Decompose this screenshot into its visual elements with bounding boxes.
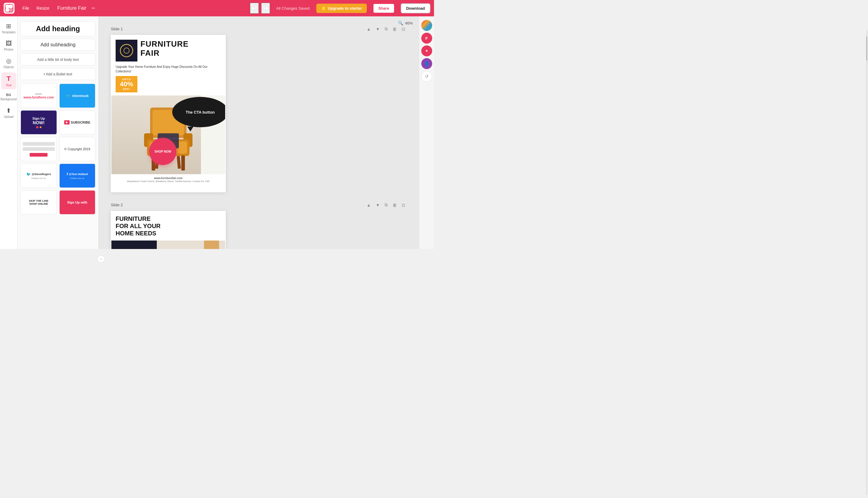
star-icon: ⭐ xyxy=(321,6,326,11)
save-status: All Changes Saved xyxy=(276,6,310,11)
slide1-discount: UPTO 40% OFF! xyxy=(116,76,137,92)
slide-1-header: Slide 1 ▲ ▼ ⧉ 🗑 ⊡ xyxy=(111,25,407,32)
slide1-title: FURNITUREFAIR xyxy=(140,40,189,58)
slide-2-header: Slide 2 ▲ ▼ ⧉ 🗑 ⊡ xyxy=(111,201,407,208)
slide-1-label: Slide 1 xyxy=(111,27,123,31)
reset-button[interactable]: ↺ xyxy=(421,71,432,82)
svg-rect-2 xyxy=(9,4,13,8)
svg-rect-1 xyxy=(5,4,9,8)
sidebar-item-text[interactable]: T Text xyxy=(1,73,16,89)
zoom-indicator: 🔍 46% xyxy=(398,21,413,25)
slide-1-up[interactable]: ▲ xyxy=(365,25,372,32)
document-title: Furniture Fair xyxy=(57,5,86,11)
shop-now-button[interactable]: SHOP NOW xyxy=(149,138,176,165)
text-panel: Add heading Add subheading Add a little … xyxy=(17,16,99,249)
cta-bubble[interactable]: The CTA button xyxy=(172,97,225,127)
slide-1-delete[interactable]: 🗑 xyxy=(391,25,398,32)
text-icon: T xyxy=(6,75,11,83)
slide-1-controls: ▲ ▼ ⧉ 🗑 ⊡ xyxy=(365,25,407,32)
slide-2-up[interactable]: ▲ xyxy=(365,201,372,208)
slide2-title: FURNITUREFOR ALL YOURHOME NEEDS xyxy=(116,215,221,237)
panel-item-twitter-steve[interactable]: 🐦 @SteveRogers Follow me on xyxy=(21,163,57,188)
bullet-text: • Add a Bullet text xyxy=(44,72,72,76)
slide1-brand: FURNITUREFAIR xyxy=(140,40,189,58)
icon-sidebar: ⊞ Templates 🖼 Photos ◎ Objects T Text BG… xyxy=(0,16,17,249)
objects-label: Objects xyxy=(4,65,14,69)
objects-icon: ◎ xyxy=(6,57,11,65)
edit-icon[interactable]: ✏ xyxy=(92,6,95,11)
zoom-icon: 🔍 xyxy=(398,21,403,25)
copyright-label: © Copyright 2019 xyxy=(64,147,90,151)
sidebar-item-upload[interactable]: ⬆ Upload xyxy=(1,105,16,121)
slide-2-down[interactable]: ▼ xyxy=(374,201,381,208)
panel-item-twitter-elon[interactable]: 🐦 /elonmusk xyxy=(59,83,96,108)
panel-item-fyndhere[interactable]: www. www.fyndhere.com xyxy=(21,83,57,108)
download-button[interactable]: Download xyxy=(401,3,430,13)
slide-2-delete[interactable]: 🗑 xyxy=(391,201,398,208)
history-controls: ↩ ↪ xyxy=(250,3,270,14)
slide-1-copy[interactable]: ⧉ xyxy=(383,25,389,32)
menu-file[interactable]: File xyxy=(19,4,32,12)
slide-2-copy[interactable]: ⧉ xyxy=(383,201,389,208)
upload-icon: ⬆ xyxy=(6,107,11,114)
panel-item-subscribe[interactable]: SUBSCRIBE xyxy=(59,110,96,134)
slide2-header: FURNITUREFOR ALL YOURHOME NEEDS xyxy=(111,211,225,240)
add-body-option[interactable]: Add a little bit of body text xyxy=(21,53,95,65)
slide1-logo xyxy=(116,40,137,62)
slide-1-down[interactable]: ▼ xyxy=(374,25,381,32)
app-logo[interactable] xyxy=(4,3,15,14)
upload-label: Upload xyxy=(4,115,14,118)
panel-item-signup[interactable]: Sign Up NOW! xyxy=(21,110,57,134)
font-button[interactable]: F xyxy=(421,33,432,44)
slide-2-controls: ▲ ▼ ⧉ 🗑 ⊡ xyxy=(365,201,407,208)
panel-item-fb-tom[interactable]: f @Tom Holland Follow me on xyxy=(59,163,96,188)
svg-rect-4 xyxy=(9,8,13,12)
sidebar-item-background[interactable]: BG Background xyxy=(1,91,16,103)
slide1-top: FURNITUREFAIR xyxy=(111,36,225,65)
panel-item-skip-line[interactable]: SKIP THE LINE SHOP ONLINE xyxy=(21,190,57,214)
panel-items-grid: www. www.fyndhere.com 🐦 /elonmusk Sign U… xyxy=(21,83,95,214)
upgrade-button[interactable]: ⭐ Upgrade to starter xyxy=(316,4,367,13)
sidebar-item-photos[interactable]: 🖼 Photos xyxy=(1,38,16,54)
slide-1-canvas[interactable]: FURNITUREFAIR Upgrade Your Home Furnitur… xyxy=(111,35,226,192)
body-text: Add a little bit of body text xyxy=(37,57,79,62)
slide-1-expand[interactable]: ⊡ xyxy=(400,25,407,32)
slide-2-canvas[interactable]: FURNITUREFOR ALL YOURHOME NEEDS xyxy=(111,211,226,249)
discount-pct: 40% xyxy=(118,81,135,88)
slide-2-expand[interactable]: ⊡ xyxy=(400,201,407,208)
canvas-area: 🔍 46% Slide 1 ▲ ▼ ⧉ 🗑 ⊡ xyxy=(99,16,419,249)
photos-icon: 🖼 xyxy=(6,40,12,47)
menu-resize[interactable]: Resize xyxy=(33,4,53,12)
background-label: Background xyxy=(1,97,17,101)
color-palette-button[interactable] xyxy=(421,20,432,31)
slide1-subtitle: Upgrade Your Home Furniture And Enjoy Hu… xyxy=(111,65,225,76)
art-button[interactable]: ✦ xyxy=(421,45,432,56)
footer-addr: Marylebone Trade Centre, Bradberry Stree… xyxy=(116,180,221,183)
undo-button[interactable]: ↩ xyxy=(250,3,259,14)
slide1-chair-section: The CTA button SHOP NOW xyxy=(111,95,225,174)
subheading-text: Add subheading xyxy=(41,42,76,47)
sidebar-item-objects[interactable]: ◎ Objects xyxy=(1,55,16,71)
share-button[interactable]: Share xyxy=(373,3,395,13)
slide-2-label: Slide 2 xyxy=(111,202,123,207)
templates-icon: ⊞ xyxy=(6,23,11,30)
add-subheading-option[interactable]: Add subheading xyxy=(21,39,95,51)
panel-item-login[interactable] xyxy=(21,137,57,161)
discount-off: OFF! xyxy=(118,88,135,91)
panel-item-copyright[interactable]: © Copyright 2019 xyxy=(59,137,96,161)
sidebar-item-templates[interactable]: ⊞ Templates xyxy=(1,20,16,36)
svg-rect-15 xyxy=(181,155,185,171)
zoom-level: 46% xyxy=(405,21,413,25)
redo-button[interactable]: ↪ xyxy=(261,3,270,14)
slide-1-wrapper: Slide 1 ▲ ▼ ⧉ 🗑 ⊡ xyxy=(111,25,407,192)
add-heading-option[interactable]: Add heading xyxy=(21,21,95,36)
avatar-button[interactable]: 👤 xyxy=(421,58,432,69)
add-bullet-option[interactable]: • Add a Bullet text xyxy=(21,68,95,80)
background-icon: BG xyxy=(6,93,11,97)
templates-label: Templates xyxy=(2,30,16,34)
photos-label: Photos xyxy=(4,48,13,51)
right-sidebar: F ✦ 👤 ↺ xyxy=(419,16,434,249)
slide1-footer: www.furniturefair.com Marylebone Trade C… xyxy=(111,174,225,185)
topbar: File Resize Furniture Fair ✏ ↩ ↪ All Cha… xyxy=(0,0,434,16)
panel-item-signup-with[interactable]: Sign Up with xyxy=(59,190,96,214)
